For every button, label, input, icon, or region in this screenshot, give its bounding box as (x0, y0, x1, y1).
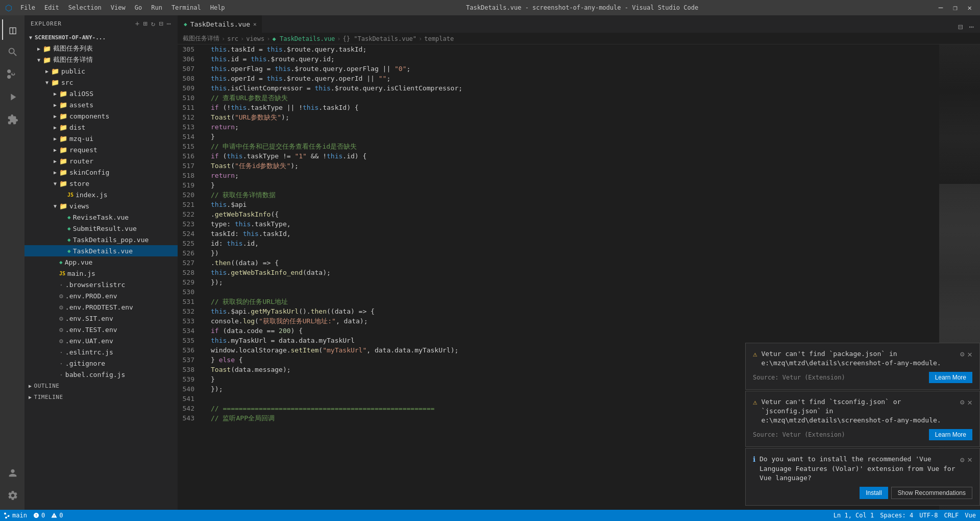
tree-item-components[interactable]: ▶ 📁 components (24, 110, 178, 122)
config-icon: ⚙ (59, 337, 63, 345)
notification-settings-icon[interactable]: ⚙ (960, 398, 964, 406)
warnings-status[interactable]: 0 (51, 512, 63, 519)
git-branch-status[interactable]: main (4, 512, 27, 519)
menu-help[interactable]: Help (206, 3, 229, 12)
notification-settings-icon[interactable]: ⚙ (960, 456, 964, 464)
breadcrumb-part-3[interactable]: views (246, 35, 264, 42)
source-control-activity-icon[interactable] (2, 64, 22, 85)
breadcrumb-part-1[interactable]: 截图任务详情 (183, 34, 219, 43)
editor-tab-taskdetails[interactable]: ◆ TaskDetails.vue ✕ (178, 15, 262, 33)
install-button[interactable]: Install (860, 487, 888, 499)
breadcrumb-part-5[interactable]: {} "TaskDetails.vue" (343, 35, 417, 42)
tree-item-env-test[interactable]: ⚙ .env.TEST.env (24, 324, 178, 335)
cursor-position-status[interactable]: Ln 1, Col 1 (834, 512, 874, 519)
code-line: this.operFlag = this.$route.query.operFl… (211, 64, 939, 74)
search-activity-icon[interactable] (2, 42, 22, 62)
tree-item-env-prodtest[interactable]: ⚙ .env.PRODTEST.env (24, 301, 178, 313)
settings-activity-icon[interactable] (2, 485, 22, 506)
tab-close-button[interactable]: ✕ (253, 21, 257, 28)
spaces-status[interactable]: Spaces: 4 (880, 512, 913, 519)
notification-close-button[interactable]: ✕ (967, 397, 972, 407)
tree-item-env-prod[interactable]: ⚙ .env.PROD.env (24, 290, 178, 301)
tree-item-browserslistrc[interactable]: · .browserslistrc (24, 279, 178, 290)
folder-icon: 📁 (59, 169, 67, 176)
account-activity-icon[interactable] (2, 463, 22, 483)
refresh-icon[interactable]: ↻ (151, 19, 156, 28)
chevron-icon: ▶ (51, 158, 59, 164)
explorer-activity-icon[interactable]: ◫ (2, 19, 22, 40)
tree-item-submitresult[interactable]: ◆ SubmitResult.vue (24, 223, 178, 234)
breadcrumb-part-4[interactable]: ◆ TaskDetails.vue (273, 35, 335, 42)
sidebar: Explorer + ⊞ ↻ ⊟ ⋯ ▼ SCREENSHOT-OF-ANY-.… (24, 15, 178, 510)
tree-item-mzq-ui[interactable]: ▶ 📁 mzq-ui (24, 133, 178, 144)
collapse-icon[interactable]: ⊟ (159, 19, 163, 28)
line-ending-status[interactable]: CRLF (944, 512, 959, 519)
menu-edit[interactable]: Edit (40, 3, 63, 12)
tree-item-skinconfig[interactable]: ▶ 📁 skinConfig (24, 167, 178, 178)
tree-item-dist[interactable]: ▶ 📁 dist (24, 122, 178, 133)
section-arrow: ▶ (29, 383, 32, 389)
code-line: .then((data) => { (211, 258, 939, 268)
extensions-activity-icon[interactable] (2, 109, 22, 130)
breadcrumb-sep: › (266, 35, 270, 42)
menu-selection[interactable]: Selection (64, 3, 106, 12)
tree-item-appvue[interactable]: ◆ App.vue (24, 256, 178, 268)
tree-item-store[interactable]: ▼ 📁 store (24, 178, 178, 189)
tree-item-router[interactable]: ▶ 📁 router (24, 155, 178, 167)
split-editor-button[interactable]: ⊟ (956, 21, 965, 33)
notification-close-button[interactable]: ✕ (967, 455, 972, 464)
item-label: skinConfig (69, 169, 109, 176)
more-actions-button[interactable]: ⋯ (967, 21, 976, 33)
tree-item-indexjs[interactable]: JS index.js (24, 189, 178, 200)
outline-section[interactable]: ▶ OUTLINE (24, 380, 178, 391)
timeline-section[interactable]: ▶ TIMELINE (24, 391, 178, 402)
breadcrumb-part-6[interactable]: template (424, 35, 454, 42)
menu-file[interactable]: File (16, 3, 39, 12)
tree-item-views[interactable]: ▼ 📁 views (24, 200, 178, 211)
tree-item-taskdetailspop[interactable]: ◆ TaskDetails_pop.vue (24, 234, 178, 245)
tree-item-request[interactable]: ▶ 📁 request (24, 144, 178, 155)
notification-close-button[interactable]: ✕ (967, 349, 972, 359)
tree-item-截图任务列表[interactable]: ▶ 📁 截图任务列表 (24, 43, 178, 54)
learn-more-button-2[interactable]: Learn More (929, 429, 972, 440)
tree-item-env-uat[interactable]: ⚙ .env.UAT.env (24, 335, 178, 346)
language-mode-status[interactable]: Vue (965, 512, 976, 519)
new-folder-icon[interactable]: ⊞ (143, 19, 148, 28)
tree-item-gitignore[interactable]: · .gitignore (24, 358, 178, 369)
tree-item-eslintrc[interactable]: · .eslintrc.js (24, 346, 178, 358)
tree-item-alioss[interactable]: ▶ 📁 aliOSS (24, 88, 178, 99)
learn-more-button-1[interactable]: Learn More (929, 372, 972, 383)
menu-go[interactable]: Go (131, 3, 146, 12)
item-label: assets (69, 101, 93, 109)
menu-view[interactable]: View (107, 3, 130, 12)
chevron-icon: ▶ (51, 113, 59, 119)
js-icon: JS (67, 192, 74, 198)
item-label: .env.PROD.env (65, 292, 117, 300)
notification-settings-icon[interactable]: ⚙ (960, 350, 964, 358)
minimize-button[interactable]: ─ (936, 3, 946, 13)
errors-status[interactable]: 0 (33, 512, 45, 519)
titlebar-buttons: ─ ❐ ✕ (936, 3, 975, 13)
maximize-button[interactable]: ❐ (950, 3, 960, 13)
tree-item-src[interactable]: ▼ 📁 src (24, 77, 178, 88)
encoding-status[interactable]: UTF-8 (919, 512, 938, 519)
tree-item-env-sit[interactable]: ⚙ .env.SIT.env (24, 313, 178, 324)
code-line: } (211, 132, 939, 141)
breadcrumb-part-2[interactable]: src (227, 35, 238, 42)
show-recommendations-button[interactable]: Show Recommendations (891, 487, 972, 499)
tree-item-public[interactable]: ▶ 📁 public (24, 65, 178, 77)
tree-item-babel[interactable]: · babel.config.js (24, 369, 178, 380)
tree-item-revisetask[interactable]: ◆ ReviseTask.vue (24, 211, 178, 223)
tree-item-taskdetails[interactable]: ◆ TaskDetails.vue (24, 245, 178, 256)
new-file-icon[interactable]: + (135, 19, 140, 28)
close-button[interactable]: ✕ (965, 3, 975, 13)
folder-icon: 📁 (59, 90, 67, 98)
tree-item-root[interactable]: ▼ SCREENSHOT-OF-ANY-... (24, 32, 178, 43)
tree-item-mainjs[interactable]: JS main.js (24, 268, 178, 279)
more-icon[interactable]: ⋯ (167, 19, 172, 28)
menu-terminal[interactable]: Terminal (167, 3, 205, 12)
run-activity-icon[interactable] (2, 87, 22, 107)
tree-item-截图任务详情[interactable]: ▼ 📁 截图任务详情 (24, 54, 178, 65)
menu-run[interactable]: Run (147, 3, 166, 12)
tree-item-assets[interactable]: ▶ 📁 assets (24, 99, 178, 110)
